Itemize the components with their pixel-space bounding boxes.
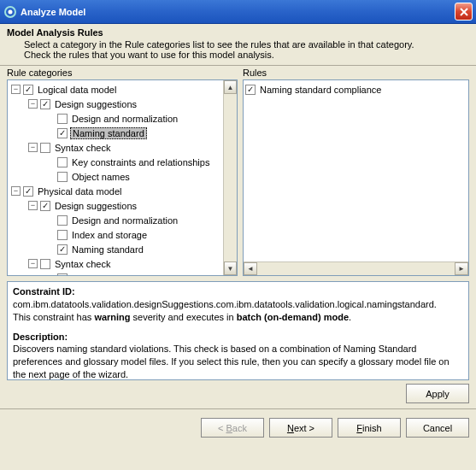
tree-node[interactable]: Physical data model <box>36 186 123 197</box>
tree-node[interactable]: Key constraints and relationships <box>70 157 211 167</box>
rule-item[interactable]: Naming standard compliance <box>245 82 467 97</box>
close-button[interactable] <box>455 3 473 21</box>
checkbox-naming-standard-compliance[interactable] <box>245 85 256 95</box>
app-icon <box>3 5 17 19</box>
checkbox-index-storage[interactable] <box>57 230 68 240</box>
constraint-severity-line: This constraint has warning severity and… <box>13 311 463 324</box>
instruction-area: Model Analysis Rules Select a category i… <box>0 24 476 62</box>
tree-node[interactable]: Syntax check <box>53 143 112 153</box>
apply-button[interactable]: Apply <box>406 384 469 403</box>
collapse-icon[interactable]: − <box>28 259 38 268</box>
description-panel: Constraint ID: com.ibm.datatools.validat… <box>7 281 469 380</box>
tree-node[interactable]: Design suggestions <box>53 99 138 109</box>
wizard-buttons: < Back Next > Finish Cancel <box>0 408 476 444</box>
collapse-icon[interactable]: − <box>28 143 38 152</box>
scroll-right-icon[interactable]: ► <box>455 262 468 275</box>
constraint-id-label: Constraint ID: <box>13 286 75 297</box>
next-button[interactable]: Next > <box>269 418 332 438</box>
collapse-icon[interactable]: − <box>11 85 21 94</box>
title-bar: Analyze Model <box>0 0 476 24</box>
checkbox-syntax-check[interactable] <box>40 143 50 153</box>
svg-point-1 <box>9 9 13 14</box>
separator <box>0 65 476 66</box>
back-button: < Back <box>201 418 264 438</box>
horizontal-scrollbar[interactable]: ◄ ► <box>244 261 468 275</box>
tree-node[interactable]: Object names <box>70 172 132 182</box>
checkbox-design-normalization-phys[interactable] <box>57 215 68 226</box>
checkbox-physical-model[interactable] <box>23 186 33 197</box>
checkbox-naming-standard[interactable] <box>57 128 68 138</box>
checkbox-logical-model[interactable] <box>23 85 33 95</box>
instruction-line-2: Check the rules that you want to use for… <box>24 50 469 60</box>
checkbox-naming-standard-phys[interactable] <box>57 244 68 255</box>
instruction-line-1: Select a category in the Rule categories… <box>24 39 469 50</box>
rule-categories-tree[interactable]: −Logical data model −Design suggestions … <box>7 79 238 276</box>
window-title: Analyze Model <box>21 7 85 17</box>
collapse-icon[interactable]: − <box>28 99 38 109</box>
tree-node[interactable]: Design suggestions <box>53 201 138 211</box>
rule-label: Naming standard compliance <box>258 85 383 95</box>
checkbox-design-normalization[interactable] <box>57 114 68 124</box>
tree-node[interactable]: Index and storage <box>70 230 149 240</box>
vertical-scrollbar[interactable]: ▲ ▼ <box>223 80 237 275</box>
tree-node[interactable]: Data types <box>70 273 119 276</box>
checkbox-design-suggestions[interactable] <box>40 99 50 109</box>
description-label: Description: <box>13 332 68 342</box>
tree-node[interactable]: Logical data model <box>36 85 118 95</box>
tree-node[interactable]: Design and normalization <box>70 114 179 124</box>
tree-node[interactable]: Naming standard <box>70 244 145 255</box>
checkbox-data-types[interactable] <box>57 273 68 276</box>
collapse-icon[interactable]: − <box>28 201 38 210</box>
tree-node[interactable]: Design and normalization <box>70 215 179 226</box>
checkbox-key-constraints[interactable] <box>57 157 68 167</box>
checkbox-design-suggestions-phys[interactable] <box>40 201 50 211</box>
cancel-button[interactable]: Cancel <box>406 418 469 438</box>
tree-node-selected[interactable]: Naming standard <box>70 127 147 139</box>
checkbox-object-names[interactable] <box>57 172 68 182</box>
tree-node[interactable]: Syntax check <box>53 259 112 269</box>
constraint-id-value: com.ibm.datatools.validation.designSugge… <box>13 298 463 311</box>
collapse-icon[interactable]: − <box>11 186 21 196</box>
checkbox-syntax-check-phys[interactable] <box>40 259 50 269</box>
scroll-up-icon[interactable]: ▲ <box>224 80 237 94</box>
rules-label: Rules <box>243 68 469 78</box>
rule-categories-label: Rule categories <box>7 68 238 78</box>
scroll-left-icon[interactable]: ◄ <box>244 262 257 275</box>
page-title: Model Analysis Rules <box>7 27 469 38</box>
rules-list[interactable]: Naming standard compliance ◄ ► <box>243 79 469 276</box>
scroll-down-icon[interactable]: ▼ <box>224 261 237 275</box>
description-body: Discovers naming standard violations. Th… <box>13 343 463 380</box>
finish-button[interactable]: Finish <box>338 418 401 438</box>
